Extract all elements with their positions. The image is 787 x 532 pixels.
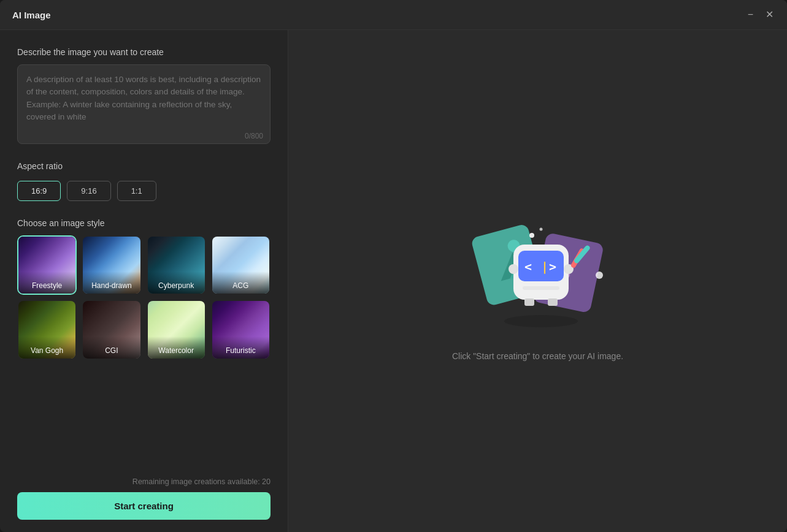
- right-panel: < | > Click "St: [288, 30, 787, 532]
- svg-rect-17: [548, 298, 558, 306]
- app-window: AI Image − ✕ Describe the image you want…: [0, 0, 787, 532]
- svg-point-6: [539, 227, 542, 230]
- style-vangogh[interactable]: Van Gogh: [17, 300, 77, 359]
- prompt-textarea[interactable]: [17, 64, 271, 144]
- window-controls: − ✕: [747, 9, 775, 21]
- prompt-wrapper: 0/800: [17, 64, 271, 146]
- style-label-cyberpunk: Cyberpunk: [148, 272, 205, 294]
- style-cgi[interactable]: CGI: [82, 300, 141, 359]
- robot-illustration: < | >: [452, 202, 624, 336]
- style-label: Choose an image style: [17, 218, 271, 228]
- style-label-watercolor: Watercolor: [148, 336, 205, 359]
- style-label-acg: ACG: [212, 272, 269, 294]
- left-panel: Describe the image you want to create 0/…: [0, 30, 288, 532]
- svg-point-14: [509, 264, 518, 274]
- style-watercolor[interactable]: Watercolor: [147, 300, 206, 359]
- style-label-handdrawn: Hand-drawn: [83, 272, 140, 294]
- style-label-cgi: CGI: [83, 336, 140, 359]
- minimize-button[interactable]: −: [747, 9, 754, 21]
- aspect-btn-1-1[interactable]: 1:1: [117, 181, 156, 201]
- style-cyberpunk[interactable]: Cyberpunk: [147, 235, 206, 295]
- style-handdrawn[interactable]: Hand-drawn: [82, 235, 141, 295]
- style-acg[interactable]: ACG: [211, 235, 271, 295]
- svg-text:>: >: [549, 259, 556, 274]
- aspect-ratio-label: Aspect ratio: [17, 161, 271, 171]
- svg-text:|: |: [541, 259, 548, 274]
- describe-label: Describe the image you want to create: [17, 47, 271, 57]
- style-label-futuristic: Futuristic: [212, 336, 269, 359]
- svg-point-20: [504, 315, 578, 327]
- svg-rect-16: [524, 298, 534, 306]
- aspect-ratio-group: 16:9 9:16 1:1: [17, 181, 271, 201]
- svg-point-7: [596, 272, 603, 279]
- remaining-text: Remaining image creations available: 20: [17, 477, 271, 486]
- svg-text:<: <: [524, 259, 532, 274]
- aspect-btn-9-16[interactable]: 9:16: [67, 181, 110, 201]
- main-content: Describe the image you want to create 0/…: [0, 30, 787, 532]
- style-label-freestyle: Freestyle: [18, 272, 75, 294]
- titlebar: AI Image − ✕: [0, 0, 787, 30]
- style-freestyle[interactable]: Freestyle: [17, 235, 77, 295]
- aspect-btn-16-9[interactable]: 16:9: [17, 181, 61, 201]
- style-label-vangogh: Van Gogh: [18, 336, 75, 359]
- style-futuristic[interactable]: Futuristic: [211, 300, 271, 359]
- start-creating-button[interactable]: Start creating: [17, 492, 271, 520]
- bottom-area: Remaining image creations available: 20 …: [17, 468, 271, 520]
- window-title: AI Image: [12, 10, 51, 20]
- hint-text: Click "Start creating" to create your AI…: [452, 351, 623, 361]
- svg-point-5: [529, 233, 534, 238]
- styles-grid: Freestyle Hand-drawn Cyberpunk ACG Van G…: [17, 235, 271, 360]
- svg-rect-13: [523, 286, 559, 290]
- char-count: 0/800: [245, 132, 263, 140]
- close-button[interactable]: ✕: [764, 9, 775, 21]
